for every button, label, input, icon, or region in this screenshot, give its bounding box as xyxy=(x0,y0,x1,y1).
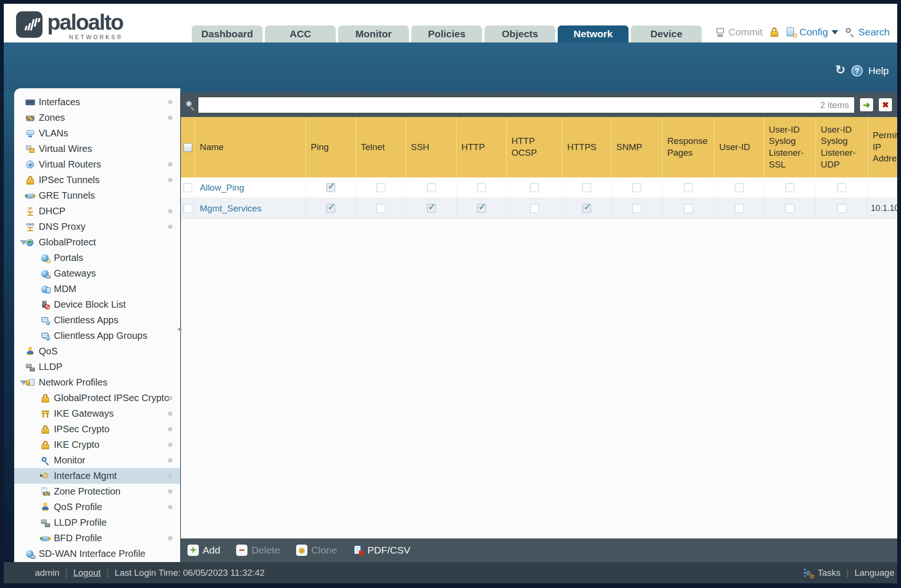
column-header-http-ocsp[interactable]: HTTP OCSP xyxy=(507,117,562,177)
column-header-ssh[interactable]: SSH xyxy=(406,117,457,177)
help-label[interactable]: Help xyxy=(868,65,889,76)
clone-icon: ◉ xyxy=(296,545,307,556)
ssh-checkbox[interactable] xyxy=(427,183,436,192)
column-header-http[interactable]: HTTP xyxy=(457,117,507,177)
http_ocsp-checkbox[interactable] xyxy=(530,183,539,192)
column-header-telnet[interactable]: Telnet xyxy=(356,117,406,177)
row-select-checkbox[interactable] xyxy=(183,204,192,213)
row-select-checkbox[interactable] xyxy=(183,183,192,192)
column-header-https[interactable]: HTTPS xyxy=(562,117,612,177)
http-checkbox[interactable] xyxy=(477,204,486,213)
tab-device[interactable]: Device xyxy=(631,25,702,42)
select-all-column[interactable] xyxy=(181,117,195,177)
sidebar-item-dns-proxy[interactable]: DNS Proxy xyxy=(14,219,180,235)
profile-name-link[interactable]: Allow_Ping xyxy=(200,183,244,193)
column-header-permitted-ip-address[interactable]: Permitted IP Address... xyxy=(868,117,897,177)
pdf-csv-button[interactable]: PDF/CSV xyxy=(353,545,410,556)
tab-network[interactable]: Network xyxy=(558,25,629,42)
ssh-checkbox[interactable] xyxy=(427,204,436,213)
vrouters-icon xyxy=(26,160,35,169)
commit-button[interactable]: Commit xyxy=(715,26,762,38)
column-header-name[interactable]: Name xyxy=(195,117,306,177)
ping-checkbox[interactable] xyxy=(326,204,335,213)
sidebar-item-gre-tunnels[interactable]: GRE Tunnels xyxy=(14,188,180,203)
search-button[interactable]: Search xyxy=(845,26,890,38)
sidebar-item-globalprotect-ipsec-crypto[interactable]: GlobalProtect IPSec Crypto xyxy=(14,390,180,406)
sidebar-item-interface-mgmt[interactable]: Interface Mgmt xyxy=(14,468,180,484)
profile-name-link[interactable]: Mgmt_Services xyxy=(200,203,262,214)
lock-icon[interactable] xyxy=(769,27,780,37)
sidebar-item-bfd-profile[interactable]: BFD Profile xyxy=(14,530,180,546)
snmp-checkbox[interactable] xyxy=(632,183,641,192)
tab-acc[interactable]: ACC xyxy=(265,25,336,42)
sidebar-item-mdm[interactable]: MDM xyxy=(14,281,180,297)
response_pages-checkbox[interactable] xyxy=(684,183,693,192)
tab-policies[interactable]: Policies xyxy=(411,25,482,42)
apply-filter-button[interactable]: ➜ xyxy=(859,98,874,112)
sidebar-item-virtual-wires[interactable]: Virtual Wires xyxy=(14,141,180,157)
sidebar-item-clientless-apps[interactable]: Clientless Apps xyxy=(14,312,180,328)
http-checkbox[interactable] xyxy=(477,183,486,192)
uid_syslog_ssl-checkbox[interactable] xyxy=(785,204,794,213)
sidebar-item-ike-gateways[interactable]: IKE Gateways xyxy=(14,406,180,421)
language-link[interactable]: Language xyxy=(854,568,894,578)
select-all-checkbox[interactable] xyxy=(183,143,192,152)
add-button[interactable]: +Add xyxy=(187,545,220,556)
config-menu-button[interactable]: Config xyxy=(786,26,839,38)
user_id-checkbox[interactable] xyxy=(735,204,744,213)
response_pages-checkbox[interactable] xyxy=(684,204,693,213)
column-header-user-id-syslog-listener-ssl[interactable]: User-ID Syslog Listener-SSL xyxy=(764,117,816,177)
telnet-checkbox[interactable] xyxy=(376,183,385,192)
filter-input[interactable] xyxy=(198,97,855,113)
clear-filter-button[interactable]: ✖ xyxy=(878,98,892,112)
help-icon[interactable] xyxy=(851,65,863,76)
sidebar-item-portals[interactable]: Portals xyxy=(14,250,180,266)
sidebar-item-zone-protection[interactable]: Zone Protection xyxy=(14,484,180,499)
http_ocsp-checkbox[interactable] xyxy=(530,204,539,213)
https-checkbox[interactable] xyxy=(582,183,591,192)
logout-link[interactable]: Logout xyxy=(73,568,101,578)
ping-checkbox[interactable] xyxy=(326,183,335,192)
user_id-checkbox[interactable] xyxy=(735,183,744,192)
sidebar-item-vlans[interactable]: VLANs xyxy=(14,126,180,141)
sidebar-item-qos[interactable]: QoS xyxy=(14,344,180,359)
sidebar-item-dhcp[interactable]: DHCP xyxy=(14,203,180,219)
refresh-icon[interactable] xyxy=(835,66,846,76)
sidebar-collapse-handle[interactable]: ◄ xyxy=(176,325,183,333)
sidebar-item-virtual-routers[interactable]: Virtual Routers xyxy=(14,157,180,172)
sidebar-item-label: Interface Mgmt xyxy=(54,470,117,481)
column-header-snmp[interactable]: SNMP xyxy=(612,117,663,177)
column-header-ping[interactable]: Ping xyxy=(306,117,356,177)
tab-objects[interactable]: Objects xyxy=(484,25,555,42)
sidebar-item-globalprotect[interactable]: GlobalProtect xyxy=(14,235,180,250)
tasks-link[interactable]: Tasks xyxy=(817,568,841,578)
sidebar-item-ike-crypto[interactable]: IKE Crypto xyxy=(14,437,180,453)
tab-monitor[interactable]: Monitor xyxy=(338,25,409,42)
column-header-user-id[interactable]: User-ID xyxy=(714,117,764,177)
sidebar-item-monitor[interactable]: Monitor xyxy=(14,453,180,468)
sidebar-item-network-profiles[interactable]: Network Profiles xyxy=(14,375,180,390)
sidebar-item-sd-wan-interface-profile[interactable]: SD-WAN Interface Profile xyxy=(14,546,180,562)
column-header-response-pages[interactable]: Response Pages xyxy=(663,117,714,177)
sidebar-item-lldp[interactable]: LLDP xyxy=(14,359,180,375)
sidebar-item-qos-profile[interactable]: QoS Profile xyxy=(14,499,180,515)
snmp-checkbox[interactable] xyxy=(632,204,641,213)
sidebar-item-zones[interactable]: Zones xyxy=(14,110,180,126)
uid_syslog_ssl-checkbox[interactable] xyxy=(785,183,794,192)
telnet-checkbox[interactable] xyxy=(376,204,385,213)
sidebar-item-clientless-app-groups[interactable]: Clientless App Groups xyxy=(14,328,180,344)
sidebar-item-interfaces[interactable]: Interfaces xyxy=(14,94,180,110)
https-checkbox[interactable] xyxy=(582,204,591,213)
column-header-user-id-syslog-listener-udp[interactable]: User-ID Syslog Listener-UDP xyxy=(816,117,868,177)
sidebar-item-device-block-list[interactable]: Device Block List xyxy=(14,297,180,312)
uid_syslog_udp-checkbox[interactable] xyxy=(837,183,846,192)
sidebar-item-lldp-profile[interactable]: LLDP Profile xyxy=(14,515,180,530)
tasks-icon[interactable] xyxy=(803,568,814,578)
apps-icon xyxy=(41,316,50,325)
sidebar-item-gateways[interactable]: Gateways xyxy=(14,266,180,281)
uid_syslog_udp-checkbox[interactable] xyxy=(837,204,846,213)
tab-dashboard[interactable]: Dashboard xyxy=(192,25,263,42)
vwires-icon xyxy=(26,144,35,154)
sidebar-item-ipsec-crypto[interactable]: IPSec Crypto xyxy=(14,421,180,437)
sidebar-item-ipsec-tunnels[interactable]: IPSec Tunnels xyxy=(14,172,180,188)
